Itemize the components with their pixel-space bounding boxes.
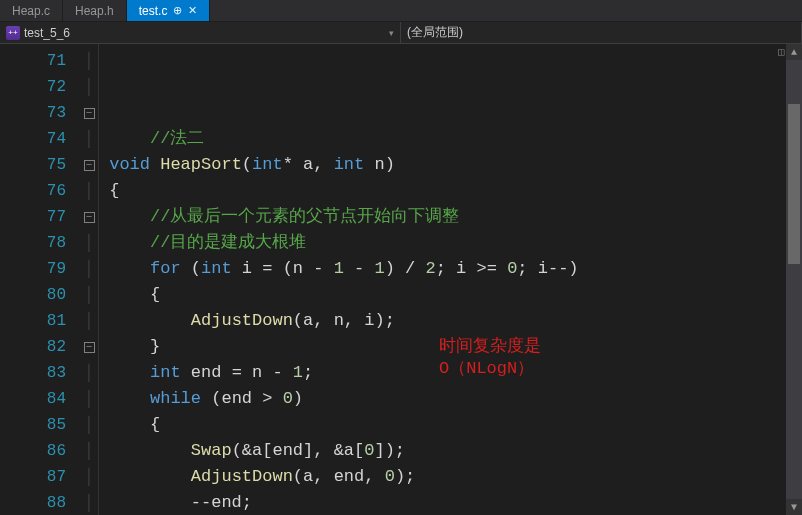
vertical-scrollbar[interactable]: ▲ ▼ bbox=[786, 44, 802, 515]
scrollbar-thumb[interactable] bbox=[788, 104, 800, 264]
line-number: 80 bbox=[0, 282, 66, 308]
split-icon[interactable]: ◫ bbox=[776, 44, 786, 60]
line-number: 84 bbox=[0, 386, 66, 412]
close-icon[interactable]: ✕ bbox=[188, 4, 197, 17]
tab-label: Heap.h bbox=[75, 4, 114, 18]
code-line[interactable]: while (end > 0) bbox=[99, 386, 802, 412]
line-number: 88 bbox=[0, 490, 66, 515]
pin-icon[interactable]: ⊕ bbox=[173, 4, 182, 17]
code-line[interactable]: void HeapSort(int* a, int n) bbox=[99, 152, 802, 178]
tab-heap-c[interactable]: Heap.c bbox=[0, 0, 63, 21]
line-number: 81 bbox=[0, 308, 66, 334]
line-number-gutter: 717273747576777879808182838485868788 bbox=[0, 44, 80, 515]
member-scope-label: (全局范围) bbox=[407, 24, 463, 41]
line-number: 85 bbox=[0, 412, 66, 438]
code-line[interactable]: AdjustDown(a, n, i); bbox=[99, 308, 802, 334]
scroll-down-button[interactable]: ▼ bbox=[786, 499, 802, 515]
code-line[interactable]: Swap(&a[end], &a[0]); bbox=[99, 438, 802, 464]
line-number: 77 bbox=[0, 204, 66, 230]
line-number: 72 bbox=[0, 74, 66, 100]
line-number: 82 bbox=[0, 334, 66, 360]
fold-toggle[interactable]: − bbox=[84, 160, 95, 171]
navigation-bar: ++ test_5_6 ▾ (全局范围) bbox=[0, 22, 802, 44]
code-line[interactable]: //法二 bbox=[99, 126, 802, 152]
code-line[interactable] bbox=[99, 100, 802, 126]
code-line[interactable]: } bbox=[99, 334, 802, 360]
fold-toggle[interactable]: − bbox=[84, 108, 95, 119]
code-line[interactable]: for (int i = (n - 1 - 1) / 2; i >= 0; i-… bbox=[99, 256, 802, 282]
line-number: 71 bbox=[0, 48, 66, 74]
file-scope-label: test_5_6 bbox=[24, 26, 70, 40]
fold-column: ││−│−│−││││−││││││ bbox=[80, 44, 98, 515]
code-editor[interactable]: 717273747576777879808182838485868788 ││−… bbox=[0, 44, 802, 515]
scroll-up-button[interactable]: ▲ bbox=[786, 44, 802, 60]
line-number: 79 bbox=[0, 256, 66, 282]
tab-heap-h[interactable]: Heap.h bbox=[63, 0, 127, 21]
tab-label: Heap.c bbox=[12, 4, 50, 18]
code-line[interactable]: int end = n - 1; bbox=[99, 360, 802, 386]
code-line[interactable]: --end; bbox=[99, 490, 802, 515]
chevron-down-icon: ▾ bbox=[389, 28, 394, 38]
line-number: 87 bbox=[0, 464, 66, 490]
member-scope-dropdown[interactable]: (全局范围) bbox=[401, 22, 802, 43]
line-number: 86 bbox=[0, 438, 66, 464]
tab-label: test.c bbox=[139, 4, 168, 18]
line-number: 78 bbox=[0, 230, 66, 256]
cpp-file-icon: ++ bbox=[6, 26, 20, 40]
line-number: 74 bbox=[0, 126, 66, 152]
line-number: 73 bbox=[0, 100, 66, 126]
code-line[interactable]: //目的是建成大根堆 bbox=[99, 230, 802, 256]
code-line[interactable]: { bbox=[99, 282, 802, 308]
tab-bar: Heap.c Heap.h test.c ⊕ ✕ bbox=[0, 0, 802, 22]
tab-test-c[interactable]: test.c ⊕ ✕ bbox=[127, 0, 211, 21]
code-line[interactable]: { bbox=[99, 412, 802, 438]
line-number: 76 bbox=[0, 178, 66, 204]
code-line[interactable]: AdjustDown(a, end, 0); bbox=[99, 464, 802, 490]
fold-toggle[interactable]: − bbox=[84, 212, 95, 223]
code-area[interactable]: //法二 void HeapSort(int* a, int n) { //从最… bbox=[98, 44, 802, 515]
file-scope-dropdown[interactable]: ++ test_5_6 ▾ bbox=[0, 22, 401, 43]
fold-toggle[interactable]: − bbox=[84, 342, 95, 353]
code-line[interactable]: //从最后一个元素的父节点开始向下调整 bbox=[99, 204, 802, 230]
line-number: 75 bbox=[0, 152, 66, 178]
code-line[interactable]: { bbox=[99, 178, 802, 204]
line-number: 83 bbox=[0, 360, 66, 386]
